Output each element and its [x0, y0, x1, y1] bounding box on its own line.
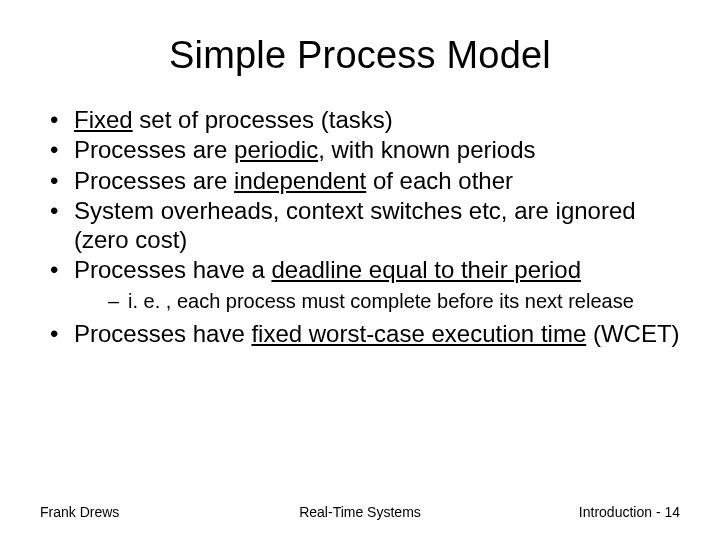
sub-bullet-item: i. e. , each process must complete befor… — [74, 289, 680, 313]
bullet-item: Processes have a deadline equal to their… — [44, 255, 680, 313]
sub-bullet-list: i. e. , each process must complete befor… — [74, 289, 680, 313]
bullet-text: Processes are — [74, 167, 234, 194]
underlined-text: fixed worst-case execution time — [251, 320, 586, 347]
bullet-text: Processes have — [74, 320, 251, 347]
bullet-item: Processes are independent of each other — [44, 166, 680, 195]
bullet-item: Processes are periodic, with known perio… — [44, 135, 680, 164]
bullet-text: System overheads, context switches etc, … — [74, 197, 636, 253]
sub-bullet-text: i. e. , each process must complete befor… — [128, 290, 634, 312]
underlined-text: Fixed — [74, 106, 133, 133]
bullet-item: Fixed set of processes (tasks) — [44, 105, 680, 134]
slide: Simple Process Model Fixed set of proces… — [0, 0, 720, 540]
underlined-text: periodic — [234, 136, 318, 163]
bullet-list: Fixed set of processes (tasks) Processes… — [44, 105, 680, 348]
footer: Frank Drews Real-Time Systems Introducti… — [40, 504, 680, 520]
footer-page: Introduction - 14 — [579, 504, 680, 520]
footer-author: Frank Drews — [40, 504, 119, 520]
slide-title: Simple Process Model — [40, 34, 680, 77]
bullet-text: Processes are — [74, 136, 234, 163]
bullet-item: Processes have fixed worst-case executio… — [44, 319, 680, 348]
underlined-text: independent — [234, 167, 366, 194]
bullet-text: Processes have a — [74, 256, 271, 283]
bullet-text: of each other — [366, 167, 513, 194]
bullet-text: set of processes (tasks) — [133, 106, 393, 133]
bullet-text: , with known periods — [318, 136, 535, 163]
bullet-item: System overheads, context switches etc, … — [44, 196, 680, 255]
bullet-text: (WCET) — [586, 320, 679, 347]
underlined-text: deadline equal to their period — [271, 256, 581, 283]
